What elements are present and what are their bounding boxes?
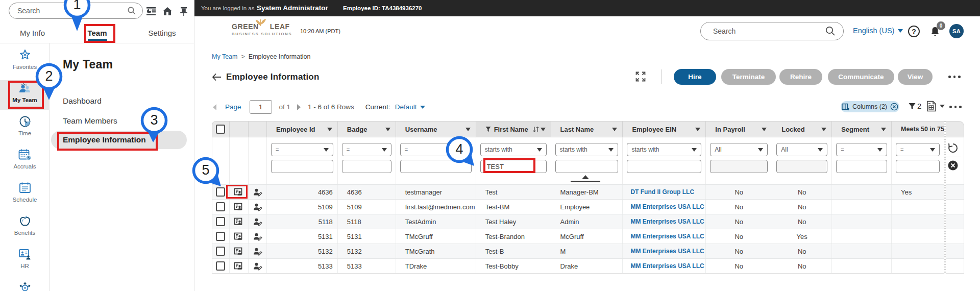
column-header-last-name[interactable]: Last Name — [551, 122, 623, 137]
columns-icon — [842, 103, 849, 111]
filter-operator-last-name[interactable]: starts with — [555, 143, 619, 156]
row-checkbox[interactable] — [216, 247, 225, 256]
filter-operator-employee-ein[interactable]: starts with — [627, 143, 701, 156]
language-selector[interactable]: English (US) — [853, 27, 903, 35]
next-page-icon[interactable] — [297, 104, 301, 110]
home-icon[interactable] — [161, 5, 174, 18]
export-control[interactable] — [926, 101, 945, 112]
column-header-employee-id[interactable]: Employee Id — [267, 122, 338, 137]
cell-employee-ein[interactable]: MM Enterprises USA LLC — [623, 200, 706, 214]
filter-operator-segment[interactable]: = — [836, 143, 887, 156]
help-icon[interactable]: ? — [908, 26, 920, 37]
column-menu-icon[interactable] — [327, 128, 332, 131]
filter-input-meets-50-in-75[interactable] — [896, 160, 940, 173]
filter-input-in-payroll[interactable] — [710, 160, 768, 173]
view-button[interactable]: View — [898, 69, 933, 85]
terminate-button[interactable]: Terminate — [721, 69, 776, 85]
header-search-input[interactable]: Search — [700, 22, 844, 40]
filter-input-employee-ein[interactable] — [627, 160, 701, 173]
employee-info-icon[interactable] — [234, 217, 243, 226]
filter-input-locked[interactable] — [776, 160, 827, 173]
employee-info-icon[interactable] — [234, 247, 243, 256]
row-select-cell — [212, 259, 230, 273]
column-header-locked[interactable]: Locked — [772, 122, 832, 137]
column-header-meets-50-in-75[interactable]: Meets 50 in 75 — [892, 122, 944, 137]
collapse-filter-handle[interactable] — [571, 175, 600, 182]
column-header-employee-ein[interactable]: Employee EIN — [623, 122, 706, 137]
employee-info-icon[interactable] — [234, 232, 243, 241]
cell-employee-ein[interactable]: DT Fund II Group LLC — [623, 185, 706, 199]
column-header-segment[interactable]: Segment — [832, 122, 892, 137]
column-header-first-name[interactable]: First Name — [476, 122, 551, 137]
select-all-checkbox[interactable] — [212, 122, 230, 137]
sidebar-item-more[interactable] — [0, 278, 50, 291]
cell-employee-ein[interactable]: MM Enterprises USA LLC — [623, 244, 706, 258]
column-menu-icon[interactable] — [612, 128, 617, 131]
employee-edit-icon[interactable] — [253, 262, 262, 271]
sidebar-item-benefits[interactable]: Benefits — [0, 213, 50, 243]
expand-icon[interactable] — [634, 70, 647, 83]
filter-input-employee-id[interactable] — [271, 160, 333, 173]
column-header-in-payroll[interactable]: In Payroll — [706, 122, 772, 137]
menu-item-dashboard[interactable]: Dashboard — [63, 96, 102, 106]
cell-employee-ein[interactable]: MM Enterprises USA LLC — [623, 214, 706, 229]
menu-item-team-members[interactable]: Team Members — [63, 116, 117, 126]
employee-edit-icon[interactable] — [253, 217, 262, 226]
employee-info-icon[interactable] — [234, 203, 243, 211]
sidebar-item-accruals[interactable]: Accruals — [0, 147, 50, 176]
row-checkbox[interactable] — [216, 261, 225, 271]
filter-operator-in-payroll[interactable]: All — [710, 143, 768, 156]
more-grid-options-icon[interactable] — [949, 106, 962, 108]
row-checkbox[interactable] — [216, 202, 225, 211]
page-number-input[interactable]: 1 — [250, 100, 272, 114]
employee-edit-icon[interactable] — [253, 203, 262, 211]
annotation-callout-4: 4 — [444, 134, 478, 170]
column-menu-icon[interactable] — [821, 128, 826, 131]
filter-input-segment[interactable] — [836, 160, 887, 173]
column-menu-icon[interactable] — [695, 128, 700, 131]
filter-operator-badge[interactable]: = — [342, 143, 391, 156]
pin-icon[interactable] — [177, 5, 190, 18]
filter-input-last-name[interactable] — [555, 160, 619, 173]
column-menu-icon[interactable] — [465, 128, 471, 131]
cell-employee-ein[interactable]: MM Enterprises USA LLC — [623, 259, 706, 273]
report-icon[interactable] — [144, 5, 158, 18]
filter-operator-employee-id[interactable]: = — [271, 143, 333, 156]
current-view-select[interactable]: Default — [395, 103, 417, 111]
filter-operator-meets-50-in-75[interactable]: = — [896, 143, 940, 156]
clear-filters-icon[interactable] — [947, 160, 959, 171]
employee-info-icon[interactable] — [234, 262, 243, 271]
filter-operator-locked[interactable]: All — [776, 143, 827, 156]
avatar[interactable]: SA — [949, 24, 964, 38]
column-header-badge[interactable]: Badge — [338, 122, 396, 137]
clear-columns-icon[interactable] — [890, 103, 898, 111]
cell-employee-ein[interactable]: MM Enterprises USA LLC — [623, 229, 706, 244]
filter-indicator[interactable]: 2 — [908, 102, 921, 110]
row-checkbox[interactable] — [216, 232, 225, 241]
breadcrumb-my-team[interactable]: My Team — [212, 53, 237, 60]
row-checkbox[interactable] — [216, 217, 225, 226]
column-menu-icon[interactable] — [541, 128, 546, 131]
employee-edit-icon[interactable] — [253, 232, 262, 241]
filter-operator-first-name[interactable]: starts with — [480, 143, 547, 156]
employee-edit-icon[interactable] — [253, 188, 262, 197]
column-menu-icon[interactable] — [881, 128, 886, 131]
columns-chip[interactable]: Columns (2) — [841, 101, 899, 112]
filter-input-badge[interactable] — [342, 160, 391, 173]
column-menu-icon[interactable] — [762, 128, 767, 131]
sidebar-item-schedule[interactable]: Schedule — [0, 180, 50, 209]
sidebar-item-time[interactable]: Time — [0, 113, 50, 143]
tab-settings[interactable]: Settings — [130, 22, 194, 43]
checkbox-icon[interactable] — [216, 125, 225, 134]
sidebar-item-hr[interactable]: HR — [0, 246, 50, 276]
communicate-button[interactable]: Communicate — [828, 69, 894, 85]
reset-filters-icon[interactable] — [947, 142, 959, 154]
prev-page-icon[interactable] — [213, 104, 216, 110]
hire-button[interactable]: Hire — [674, 69, 716, 85]
tab-my-info[interactable]: My Info — [0, 22, 65, 43]
back-arrow-icon[interactable] — [212, 73, 222, 81]
more-actions-icon[interactable] — [948, 76, 961, 78]
rehire-button[interactable]: Rehire — [779, 69, 822, 85]
employee-edit-icon[interactable] — [253, 247, 262, 256]
column-menu-icon[interactable] — [385, 128, 390, 131]
